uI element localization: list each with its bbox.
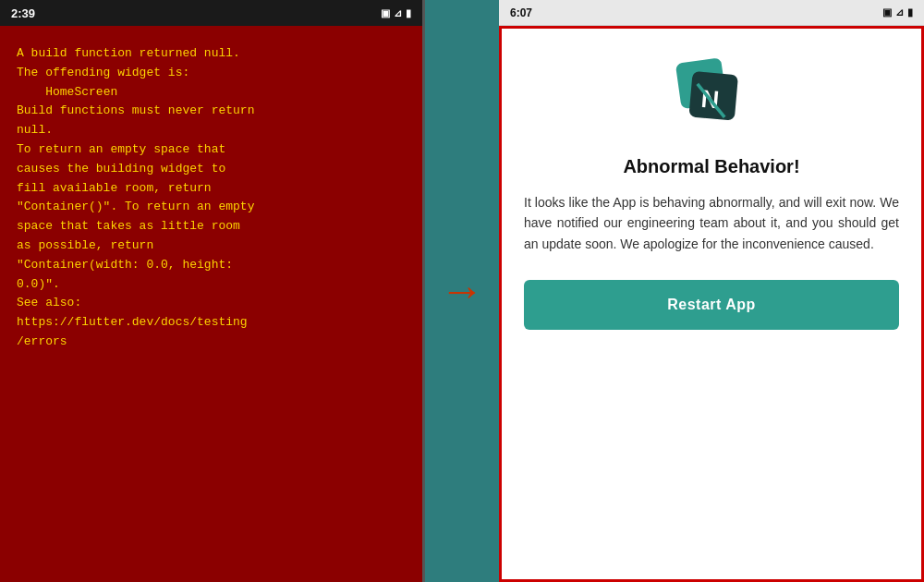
- arrow-container: →: [425, 0, 499, 582]
- abnormal-title: Abnormal Behavior!: [623, 156, 799, 177]
- battery-icon-right: ▮: [907, 6, 913, 18]
- restart-app-button[interactable]: Restart App: [524, 280, 899, 330]
- left-status-icons: ▣ ⊿ ▮: [381, 7, 411, 19]
- left-phone: 2:39 ▣ ⊿ ▮ A build function returned nul…: [0, 0, 425, 582]
- abnormal-body: It looks like the App is behaving abnorm…: [524, 192, 899, 254]
- right-status-icons: ▣ ⊿ ▮: [882, 6, 913, 18]
- right-phone: 6:07 ▣ ⊿ ▮ N Abnormal Behavior! It looks…: [499, 0, 924, 582]
- abnormal-body-text: It looks like the App is behaving abnorm…: [524, 195, 899, 251]
- right-arrow-icon: →: [440, 269, 484, 313]
- status-bar-right: 6:07 ▣ ⊿ ▮: [499, 0, 924, 26]
- app-icon: N: [670, 56, 753, 139]
- status-bar-left: 2:39 ▣ ⊿ ▮: [0, 0, 422, 26]
- error-text: A build function returned null. The offe…: [17, 44, 406, 352]
- right-time: 6:07: [510, 6, 532, 19]
- sim-icon-left: ▣: [381, 7, 390, 19]
- wifi-icon-left: ⊿: [394, 7, 402, 19]
- battery-icon-left: ▮: [406, 7, 411, 19]
- sim-icon-right: ▣: [882, 6, 892, 18]
- error-screen: A build function returned null. The offe…: [0, 26, 422, 582]
- abnormal-screen: N Abnormal Behavior! It looks like the A…: [499, 26, 924, 582]
- left-time: 2:39: [11, 6, 35, 20]
- wifi-icon-right: ⊿: [895, 6, 904, 18]
